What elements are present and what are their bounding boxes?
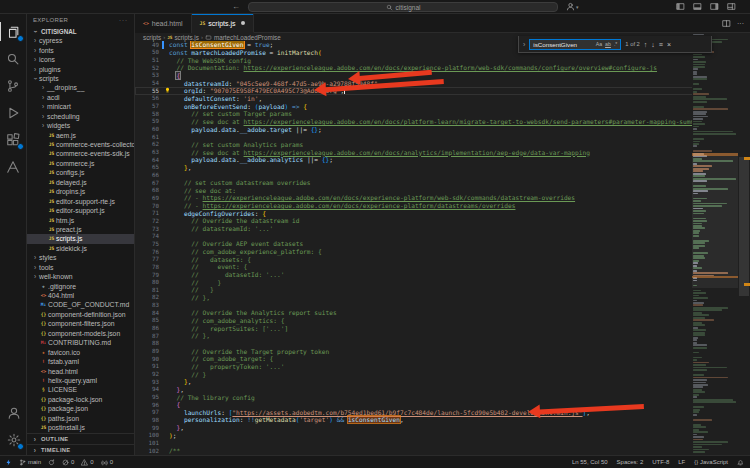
code-line-60[interactable]: 60 payload.data.__adobe.target ||= {}; <box>135 125 750 133</box>
code-line-62[interactable]: 62 // set custom Analytics params <box>135 141 750 149</box>
tree-item-404.html[interactable]: <>404.html <box>27 291 134 300</box>
tree-item-minicart[interactable]: ›minicart <box>27 102 134 111</box>
tree-item-commerce.js[interactable]: JScommerce.js <box>27 159 134 168</box>
status-remote[interactable] <box>5 459 12 466</box>
status-sync[interactable] <box>48 459 55 466</box>
tab-scripts.js[interactable]: JSscripts.js <box>192 14 254 33</box>
tree-item-paths.json[interactable]: {}paths.json <box>27 414 134 423</box>
layout-sidebar-icon[interactable] <box>676 2 685 11</box>
status-braces[interactable]: {}JavaScript <box>694 459 728 465</box>
layout-sidebar-right-icon[interactable] <box>710 2 719 11</box>
code-line-93[interactable]: 93 }, <box>135 378 750 386</box>
regex-icon[interactable]: .* <box>614 41 617 47</box>
layout-panel-icon[interactable] <box>693 2 702 11</box>
code-line-71[interactable]: 71 edgeConfigOverrides: { <box>135 209 750 217</box>
code-line-84[interactable]: 84 // Override the Analytics report suit… <box>135 309 750 317</box>
code-line-101[interactable]: 101 <box>135 439 750 447</box>
lightbulb-icon[interactable] <box>164 87 171 94</box>
close-icon[interactable]: × <box>667 41 671 48</box>
breadcrumb-item[interactable]: JSscripts.js <box>167 34 199 41</box>
whole-word-icon[interactable]: ab <box>605 41 611 47</box>
tree-item-delayed.js[interactable]: JSdelayed.js <box>27 178 134 187</box>
tree-item-package.json[interactable]: {}package.json <box>27 404 134 413</box>
code-line-73[interactable]: 73 // datastreamId: '...' <box>135 225 750 233</box>
code-line-56[interactable]: 56 defaultConsent: 'in', <box>135 95 750 103</box>
code-line-74[interactable]: 74 <box>135 232 750 240</box>
tree-item-component-filters.json[interactable]: {}component-filters.json <box>27 319 134 328</box>
code-line-76[interactable]: 76 // com_adobe_experience_platform: { <box>135 248 750 256</box>
find-input[interactable]: isConsentGiven Aa ab .* <box>529 39 621 50</box>
code-line-88[interactable]: 88 <box>135 340 750 348</box>
code-line-96[interactable]: 96 { <box>135 401 750 409</box>
code-line-83[interactable]: 83 <box>135 301 750 309</box>
tree-item-acdl[interactable]: ›acdl <box>27 93 134 102</box>
code-line-91[interactable]: 91 // propertyToken: '...' <box>135 363 750 371</box>
tree-item-styles[interactable]: ›styles <box>27 253 134 262</box>
code-line-94[interactable]: 94 }, <box>135 386 750 394</box>
code-line-64[interactable]: 64 payload.data.__adobe.analytics ||= {}… <box>135 156 750 164</box>
activity-accounts[interactable] <box>0 399 27 426</box>
tree-item-scripts.js[interactable]: JSscripts.js <box>27 234 134 243</box>
code-line-55[interactable]: 55 orgId: "907075E958F479EC0A495C73@Adob… <box>135 87 750 95</box>
status-warning[interactable]: 0 <box>81 459 93 466</box>
tree-item-dropins.js[interactable]: JSdropins.js <box>27 187 134 196</box>
tree-item-component-definition.json[interactable]: {}component-definition.json <box>27 310 134 319</box>
code-line-58[interactable]: 58 // set custom Target params <box>135 110 750 118</box>
status-lf[interactable]: LF <box>678 459 685 465</box>
tree-item-fonts[interactable]: ›fonts <box>27 45 134 54</box>
tree-item-configs.js[interactable]: JSconfigs.js <box>27 168 134 177</box>
code-line-85[interactable]: 85 // com_adobe_analytics: { <box>135 317 750 325</box>
code-line-86[interactable]: 86 // reportSuites: ['...'] <box>135 324 750 332</box>
code-line-82[interactable]: 82 // }, <box>135 294 750 302</box>
code-line-78[interactable]: 78 // event: { <box>135 263 750 271</box>
account-icon[interactable] <box>566 2 575 11</box>
code-line-51[interactable]: 51 // The WebSDK config <box>135 56 750 64</box>
tree-item-icons[interactable]: ›icons <box>27 55 134 64</box>
toggle-replace-icon[interactable]: › <box>523 41 525 48</box>
code-line-53[interactable]: 53 { <box>135 72 750 80</box>
tree-item-cypress[interactable]: ›cypress <box>27 36 134 45</box>
code-line-99[interactable]: 99 }, <box>135 424 750 432</box>
code-line-75[interactable]: 75 // Override AEP event datasets <box>135 240 750 248</box>
tree-item-.gitignore[interactable]: ◆.gitignore <box>27 281 134 290</box>
code-line-54[interactable]: 54 datastreamId: "045c5ee9-468f-47d5-ae9… <box>135 79 750 87</box>
code-line-89[interactable]: 89 // Override the Target property token <box>135 347 750 355</box>
code-line-79[interactable]: 79 // datasetId: '...' <box>135 271 750 279</box>
tree-item-component-models.json[interactable]: {}component-models.json <box>27 329 134 338</box>
tree-item-commerce-events-sdk.js[interactable]: JScommerce-events-sdk.js <box>27 149 134 158</box>
status-broadcast[interactable]: 0 <box>101 459 113 466</box>
code-line-98[interactable]: 98 personalization: !!getMetadata('targe… <box>135 416 750 424</box>
layout-customize-icon[interactable] <box>727 2 736 11</box>
tree-item-scripts[interactable]: ›scripts <box>27 74 134 83</box>
code-line-100[interactable]: 100); <box>135 431 750 439</box>
split-editor-icon[interactable] <box>722 19 731 28</box>
tree-item-preact.js[interactable]: JSpreact.js <box>27 225 134 234</box>
status-branch[interactable]: main <box>19 459 41 466</box>
code-line-77[interactable]: 77 // datasets: { <box>135 255 750 263</box>
back-arrow-icon[interactable]: ← <box>232 2 240 11</box>
code-editor[interactable]: 49const isConsentGiven = true;50const ma… <box>135 41 750 455</box>
code-line-52[interactable]: 52 // Documentation: https://experiencel… <box>135 64 750 72</box>
code-line-95[interactable]: 95 // The library config <box>135 393 750 401</box>
code-line-72[interactable]: 72 // Override the datastream id <box>135 217 750 225</box>
tree-item-fstab.yaml[interactable]: !fstab.yaml <box>27 357 134 366</box>
scrollbar-slider[interactable] <box>739 157 749 296</box>
code-line-66[interactable]: 66 <box>135 171 750 179</box>
tree-item-package-lock.json[interactable]: {}package-lock.json <box>27 395 134 404</box>
code-line-67[interactable]: 67 // set custom datastream overrides <box>135 179 750 187</box>
tree-item-commerce-events-collector.js[interactable]: JScommerce-events-collector.js <box>27 140 134 149</box>
tree-item-CODE_OF_CONDUCT.md[interactable]: M↓CODE_OF_CONDUCT.md <box>27 300 134 309</box>
activity-source-control[interactable] <box>0 72 27 99</box>
tree-item-editor-support-rte.js[interactable]: JSeditor-support-rte.js <box>27 196 134 205</box>
activity-settings[interactable] <box>0 426 27 453</box>
tree-item-helix-query.yaml[interactable]: !helix-query.yaml <box>27 376 134 385</box>
find-in-selection-icon[interactable]: ≡ <box>659 41 663 48</box>
status-ln-55-col-50[interactable]: Ln 55, Col 50 <box>572 459 608 465</box>
sidebar-panel-outline[interactable]: ›OUTLINE <box>27 433 134 444</box>
tree-item-sidekick.js[interactable]: JSsidekick.js <box>27 244 134 253</box>
tree-item-scheduling[interactable]: ›scheduling <box>27 112 134 121</box>
more-actions-icon[interactable]: ··· <box>737 20 744 27</box>
code-line-90[interactable]: 90 // com_adobe_target: { <box>135 355 750 363</box>
code-line-63[interactable]: 63 // see doc at https://experienceleagu… <box>135 148 750 156</box>
code-line-57[interactable]: 57 onBeforeEventSend: (payload) => { <box>135 102 750 110</box>
